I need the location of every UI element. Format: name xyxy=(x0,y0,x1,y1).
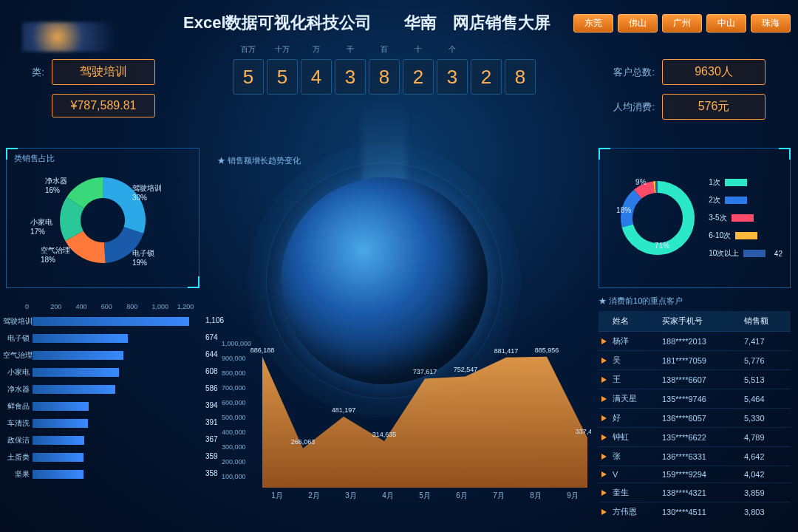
flag-icon xyxy=(601,377,607,383)
slice-label: 电子锁19% xyxy=(132,248,154,267)
counter-digit: 8 xyxy=(369,59,400,95)
kpi-value: 驾驶培训 xyxy=(52,59,155,85)
hbar-row: 鲜食品394 xyxy=(3,401,202,412)
region-tab[interactable]: 佛山 xyxy=(618,14,658,33)
table-row: 方伟恩130****45113,803 xyxy=(598,502,791,522)
hbar-chart: 02004006008001,0001,200 驾驶培训1,106电子锁674空… xyxy=(3,303,202,486)
hbar-row: 土蛋类359 xyxy=(3,452,202,463)
region-tab[interactable]: 广州 xyxy=(662,14,702,33)
counter-digit: 8 xyxy=(505,59,536,95)
svg-text:885,956: 885,956 xyxy=(535,347,559,354)
hbar-row: 净水器586 xyxy=(3,384,202,395)
table-row: 满天星135****97465,464 xyxy=(598,389,791,409)
flag-icon xyxy=(601,490,607,496)
legend-item: 1次 xyxy=(709,177,782,188)
top-customers-panel: ★ 消费前10的重点客户 姓名买家手机号销售额杨洋188****20137,41… xyxy=(598,296,791,525)
counter-digit: 5 xyxy=(267,59,298,95)
region-tab[interactable]: 中山 xyxy=(706,14,746,33)
flag-icon xyxy=(601,434,607,440)
left-kpi-panel: 类:驾驶培训¥787,589.81 xyxy=(7,59,185,126)
flag-icon xyxy=(601,338,607,344)
table-row: 奎生138****43213,859 xyxy=(598,483,791,502)
area-chart: 1,000,000900,000800,000700,000600,000500… xyxy=(222,340,591,517)
sales-counter: 百万十万万千百十个 554382328 xyxy=(207,44,562,95)
table-row: 钟虹135****66224,789 xyxy=(598,428,791,447)
counter-digit: 4 xyxy=(301,59,332,95)
right-kpi-panel: 客户总数:9630人人均消费:576元 xyxy=(610,59,788,129)
kpi-value: ¥787,589.81 xyxy=(52,94,155,117)
hbar-row: 政保洁367 xyxy=(3,435,202,446)
flag-icon xyxy=(601,454,607,460)
slice-label: 驾驶培训30% xyxy=(132,183,162,202)
svg-text:752,547: 752,547 xyxy=(454,366,478,373)
counter-digit: 3 xyxy=(437,59,468,95)
table-row: 好136****60575,330 xyxy=(598,409,791,428)
kpi-label: 类: xyxy=(7,66,44,79)
legend-item: 6-10次 xyxy=(709,231,782,241)
table-row: 杨洋188****20137,417 xyxy=(598,332,791,351)
svg-text:886,188: 886,188 xyxy=(250,347,275,354)
page-title: Excel数据可视化科技公司 华南 网店销售大屏 xyxy=(183,12,551,34)
donut2-legend: 1次2次3-5次6-10次10次以上 42 xyxy=(709,177,782,259)
svg-text:314,635: 314,635 xyxy=(372,431,397,438)
flag-icon xyxy=(601,509,607,515)
hbar-row: 驾驶培训1,106 xyxy=(3,316,202,327)
table-header: 买家手机号 xyxy=(659,311,741,332)
region-tab[interactable]: 珠海 xyxy=(751,14,791,33)
table-header: 销售额 xyxy=(741,311,791,332)
table-row: 张136****63314,642 xyxy=(598,447,791,466)
flag-icon xyxy=(601,471,607,477)
region-tab[interactable]: 东莞 xyxy=(573,14,613,33)
hbar-row: 小家电608 xyxy=(3,367,202,378)
svg-text:737,617: 737,617 xyxy=(413,368,437,375)
slice-label: 空气治理18% xyxy=(41,245,70,264)
counter-digit: 2 xyxy=(403,59,434,95)
kpi-value: 9630人 xyxy=(662,59,765,85)
category-share-panel: 类销售占比 驾驶培训30%电子锁19%空气治理18%小家电17%净水器16% xyxy=(6,148,200,288)
table-title: ★ 消费前10的重点客户 xyxy=(598,296,791,307)
flag-icon xyxy=(601,396,607,402)
table-header: 姓名 xyxy=(610,311,659,332)
legend-item: 2次 xyxy=(709,195,782,205)
panel-title: 类销售占比 xyxy=(7,149,199,168)
counter-digit: 2 xyxy=(471,59,502,95)
customers-table: 姓名买家手机号销售额杨洋188****20137,417吴181****7059… xyxy=(598,311,791,521)
kpi-label: 客户总数: xyxy=(610,66,655,79)
donut-chart-1: 驾驶培训30%电子锁19%空气治理18%小家电17%净水器16% xyxy=(51,168,154,272)
legend-item: 3-5次 xyxy=(709,213,782,223)
hbar-row: 坚果358 xyxy=(3,469,202,480)
counter-digit: 3 xyxy=(335,59,366,95)
flag-icon xyxy=(601,415,607,421)
svg-text:337,483: 337,483 xyxy=(576,428,591,435)
table-row: V159****92944,042 xyxy=(598,466,791,483)
hbar-row: 车清洗391 xyxy=(3,418,202,429)
center-subtitle: ★ 销售额增长趋势变化 xyxy=(217,155,301,166)
slice-label: 净水器16% xyxy=(45,176,67,194)
svg-text:881,417: 881,417 xyxy=(494,347,519,355)
slice-label: 小家电17% xyxy=(30,217,52,236)
flag-icon xyxy=(601,358,607,364)
svg-text:266,063: 266,063 xyxy=(291,438,316,446)
kpi-label: 人均消费: xyxy=(610,100,655,114)
header: Excel数据可视化科技公司 华南 网店销售大屏 东莞佛山广州中山珠海 xyxy=(0,12,798,34)
region-tabs: 东莞佛山广州中山珠海 xyxy=(573,14,791,33)
hbar-row: 电子锁674 xyxy=(3,333,202,344)
table-row: 王138****66075,513 xyxy=(598,370,791,389)
legend-item: 10次以上 42 xyxy=(709,248,782,259)
frequency-panel: 71%18%9% 1次2次3-5次6-10次10次以上 42 xyxy=(598,148,791,288)
svg-text:481,197: 481,197 xyxy=(332,406,356,414)
counter-digit: 5 xyxy=(233,59,264,95)
donut-chart-2: 71%18%9% xyxy=(613,174,702,262)
table-row: 吴181****70595,776 xyxy=(598,351,791,370)
kpi-value: 576元 xyxy=(662,94,765,120)
hbar-row: 空气治理644 xyxy=(3,350,202,361)
